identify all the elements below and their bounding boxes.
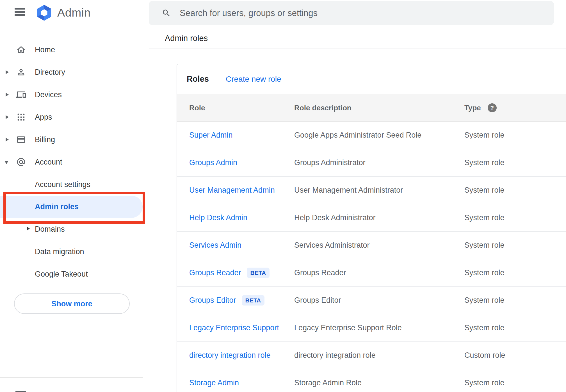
table-body: Super Admin Google Apps Administrator Se… <box>177 122 566 392</box>
role-type: System role <box>464 131 566 140</box>
chevron-right-icon[interactable] <box>6 93 9 97</box>
role-link[interactable]: directory integration role <box>189 351 271 360</box>
role-type: System role <box>464 379 566 387</box>
table-row: Groups Reader BETA Groups Reader System … <box>177 259 566 287</box>
sidebar-item-account-settings[interactable]: Account settings <box>0 173 143 196</box>
search-icon <box>162 8 171 18</box>
role-type: Custom role <box>464 351 566 360</box>
google-admin-console: { "app": { "title": "Admin" }, "search":… <box>0 0 566 392</box>
sidebar-item-account[interactable]: Account <box>0 151 143 173</box>
role-type: System role <box>464 323 566 332</box>
chevron-right-icon[interactable] <box>27 227 30 231</box>
role-type: System role <box>464 158 566 167</box>
sidebar-item-data-migration[interactable]: Data migration <box>0 240 143 263</box>
table-row: Legacy Enterprise Support Legacy Enterpr… <box>177 314 566 342</box>
hamburger-menu-icon[interactable] <box>15 8 25 16</box>
role-description: Storage Admin Role <box>294 379 464 387</box>
card-title: Roles <box>187 74 209 84</box>
role-type: System role <box>464 296 566 305</box>
feedback-icon[interactable] <box>15 391 26 392</box>
table-row: Groups Editor BETA Groups Editor System … <box>177 287 566 314</box>
table-row: Services Admin Services Administrator Sy… <box>177 232 566 259</box>
chevron-down-icon[interactable] <box>4 161 8 164</box>
sidebar-bottom-divider <box>0 377 143 378</box>
role-type: System role <box>464 213 566 222</box>
chevron-right-icon[interactable] <box>6 70 9 74</box>
search-input[interactable] <box>180 1 545 25</box>
search-bar[interactable] <box>149 1 554 25</box>
sidebar-item-devices[interactable]: Devices <box>0 83 143 106</box>
person-icon <box>16 67 26 77</box>
table-row: User Management Admin User Management Ad… <box>177 177 566 204</box>
role-link[interactable]: Storage Admin <box>189 379 239 387</box>
sidebar-item-billing[interactable]: Billing <box>0 128 143 151</box>
role-link[interactable]: Groups Admin <box>189 158 237 167</box>
table-row: Help Desk Admin Help Desk Administrator … <box>177 204 566 232</box>
header-divider <box>149 49 566 49</box>
create-new-role-link[interactable]: Create new role <box>226 75 281 84</box>
role-description: Groups Reader <box>294 268 464 277</box>
role-type: System role <box>464 241 566 250</box>
show-more-button[interactable]: Show more <box>14 293 130 314</box>
role-description: Groups Editor <box>294 296 464 305</box>
sidebar-item-home[interactable]: Home <box>0 38 143 61</box>
table-row: directory integration role directory int… <box>177 342 566 369</box>
role-description: Services Administrator <box>294 241 464 250</box>
beta-badge: BETA <box>242 295 265 306</box>
admin-hexagon-logo-icon <box>35 4 53 22</box>
role-description: Legacy Enterprise Support Role <box>294 323 464 332</box>
column-header-type: Type <box>464 104 481 112</box>
sidebar-item-domains[interactable]: Domains <box>0 218 143 240</box>
role-link[interactable]: Help Desk Admin <box>189 213 247 222</box>
chevron-right-icon[interactable] <box>6 138 9 142</box>
table-row: Groups Admin Groups Administrator System… <box>177 149 566 177</box>
roles-card-header: Roles Create new role <box>177 64 566 94</box>
role-type: System role <box>464 268 566 277</box>
sidebar-nav: Home Directory Devices Apps Billing Acco… <box>0 38 143 285</box>
table-header-row: Role Role description Type ? <box>177 94 566 122</box>
role-link[interactable]: Super Admin <box>189 131 233 140</box>
role-description: directory integration role <box>294 351 464 360</box>
role-link[interactable]: Legacy Enterprise Support <box>189 323 279 332</box>
sidebar-item-google-takeout[interactable]: Google Takeout <box>0 263 143 285</box>
chevron-right-icon[interactable] <box>6 115 9 119</box>
role-link[interactable]: Services Admin <box>189 241 241 250</box>
roles-card: Roles Create new role Role Role descript… <box>177 64 566 392</box>
role-link[interactable]: Groups Reader <box>189 268 241 277</box>
table-row: Storage Admin Storage Admin Role System … <box>177 369 566 392</box>
role-description: Google Apps Administrator Seed Role <box>294 131 464 140</box>
sidebar: Admin Home Directory Devices Apps Billin… <box>0 0 149 392</box>
devices-icon <box>16 90 26 99</box>
help-icon[interactable]: ? <box>488 103 497 112</box>
at-icon <box>16 157 26 167</box>
role-description: Help Desk Administrator <box>294 213 464 222</box>
column-header-role: Role <box>189 104 294 112</box>
sidebar-item-admin-roles[interactable]: Admin roles <box>0 196 143 218</box>
role-description: User Management Administrator <box>294 186 464 195</box>
sidebar-item-directory[interactable]: Directory <box>0 61 143 83</box>
role-link[interactable]: User Management Admin <box>189 186 275 195</box>
breadcrumb: Admin roles <box>165 34 208 43</box>
apps-icon <box>16 112 26 122</box>
table-row: Super Admin Google Apps Administrator Se… <box>177 122 566 149</box>
app-title: Admin <box>57 6 91 19</box>
role-type: System role <box>464 186 566 195</box>
role-description: Groups Administrator <box>294 158 464 167</box>
beta-badge: BETA <box>247 268 270 278</box>
home-icon <box>16 45 26 54</box>
card-icon <box>16 135 26 144</box>
role-link[interactable]: Groups Editor <box>189 296 236 305</box>
column-header-role-description: Role description <box>294 104 464 112</box>
sidebar-item-apps[interactable]: Apps <box>0 106 143 128</box>
